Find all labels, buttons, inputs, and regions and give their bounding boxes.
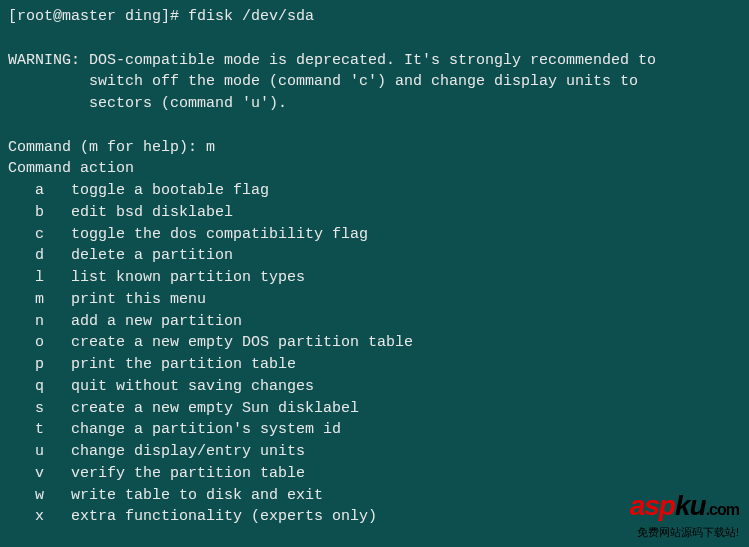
typed-command: fdisk /dev/sda xyxy=(188,8,314,25)
watermark-brand: aspku.com xyxy=(630,486,739,527)
terminal-output[interactable]: [root@master ding]# fdisk /dev/sda WARNI… xyxy=(0,0,749,534)
brand-part-black: ku xyxy=(675,490,706,521)
shell-prompt: [root@master ding]# xyxy=(8,8,188,25)
action-header: Command action xyxy=(8,160,134,177)
fdisk-input: m xyxy=(206,139,215,156)
warning-line: WARNING: DOS-compatible mode is deprecat… xyxy=(8,52,656,69)
action-list: a toggle a bootable flag b edit bsd disk… xyxy=(8,180,741,528)
watermark-tagline: 免费网站源码下载站! xyxy=(630,525,739,541)
brand-part-com: .com xyxy=(706,501,739,518)
watermark: aspku.com 免费网站源码下载站! xyxy=(630,486,739,541)
fdisk-prompt: Command (m for help): xyxy=(8,139,206,156)
warning-line: sectors (command 'u'). xyxy=(8,95,287,112)
warning-line: switch off the mode (command 'c') and ch… xyxy=(8,73,638,90)
brand-part-red: asp xyxy=(630,490,675,521)
